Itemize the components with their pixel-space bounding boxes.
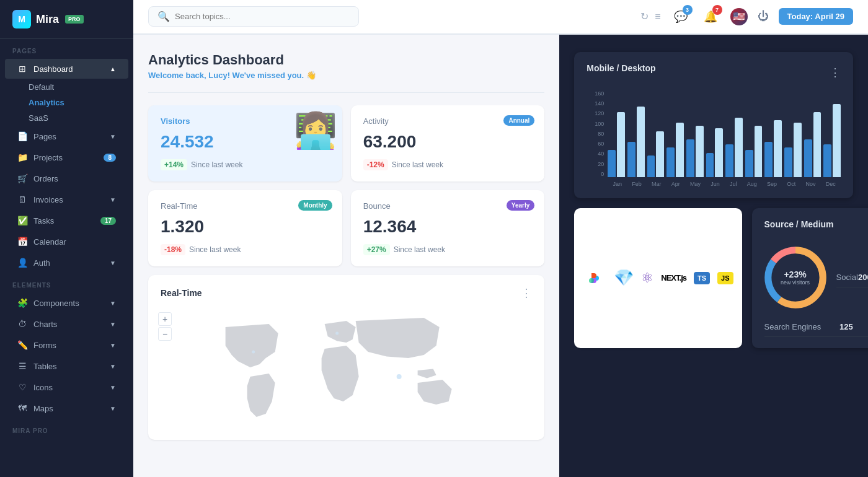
bar-light [755, 126, 763, 177]
bar-group [784, 123, 802, 177]
bar-label: Dec [826, 181, 836, 187]
tables-label: Tables [33, 362, 57, 371]
bar-light [813, 112, 822, 177]
maps-icon: 🗺 [17, 403, 27, 413]
sidebar-item-dashboard[interactable]: ⊞ Dashboard ▲ [5, 59, 128, 79]
sidebar-item-orders[interactable]: 🛒 Orders [5, 168, 128, 188]
projects-badge: 8 [104, 154, 116, 162]
chevron-icon: ▼ [110, 342, 116, 349]
language-selector[interactable]: 🇺🇸 [730, 8, 748, 25]
page-title: Analytics Dashboard [148, 52, 544, 68]
svg-point-1 [252, 350, 255, 353]
bar-label: Nov [806, 181, 816, 187]
sidebar-item-charts[interactable]: ⏱ Charts ▼ [5, 314, 128, 334]
sidebar-item-auth[interactable]: 👤 Auth ▼ [5, 253, 128, 273]
visitors-footer: +14% Since last week [161, 159, 330, 170]
bar-dark [647, 155, 655, 177]
sidebar-sub-default[interactable]: Default [29, 79, 133, 95]
subtitle-suffix: ! We've missed you. 👋 [228, 71, 316, 80]
bar-group [608, 112, 625, 177]
bar-dark [804, 139, 812, 177]
sidebar-item-invoices[interactable]: 🗓 Invoices ▼ [5, 190, 128, 209]
components-label: Components [33, 299, 79, 308]
sidebar-item-calendar[interactable]: 📅 Calendar [5, 232, 128, 252]
auth-label: Auth [33, 258, 50, 268]
power-icon[interactable]: ⏻ [758, 10, 769, 23]
user-name: Lucy [208, 71, 227, 80]
map-menu[interactable]: ⋮ [521, 286, 532, 300]
activity-card: Annual Activity 63.200 -12% Since last w… [351, 105, 545, 182]
sidebar-item-pages[interactable]: 📄 Pages ▼ [5, 126, 128, 146]
sidebar-item-maps[interactable]: 🗺 Maps ▼ [5, 398, 128, 418]
bar-group [706, 128, 724, 177]
social-val: 200 [858, 273, 868, 282]
chevron-icon: ▼ [110, 196, 116, 203]
page-subtitle: Welcome back, Lucy! We've missed you. 👋 [148, 71, 544, 80]
sidebar-item-forms[interactable]: ✏️ Forms ▼ [5, 335, 128, 355]
bar-light [656, 131, 664, 177]
section-label-elements: ELEMENTS [0, 273, 133, 292]
sidebar-item-components[interactable]: 🧩 Components ▼ [5, 293, 128, 313]
search-val: 125 [839, 322, 853, 331]
section-label-pages: PAGES [0, 39, 133, 58]
activity-value: 63.200 [363, 132, 533, 152]
sidebar-item-projects[interactable]: 📁 Projects 8 [5, 147, 128, 167]
bar-dark [627, 142, 636, 177]
section-label-mira-pro: MIRA PRO [0, 419, 133, 438]
filter-icon[interactable]: ≡ [655, 11, 660, 22]
bar-dark [745, 150, 753, 177]
svg-point-0 [397, 374, 402, 379]
bar-dark [764, 142, 773, 177]
bar-label: Sep [767, 181, 777, 187]
bar-light [676, 123, 684, 177]
bar-label: Feb [632, 181, 642, 187]
sidebar-item-tasks[interactable]: ✅ Tasks 17 [5, 211, 128, 230]
chevron-icon: ▼ [110, 300, 116, 307]
chart-menu[interactable]: ⋮ [830, 66, 841, 79]
chat-button[interactable]: 💬 3 [671, 7, 691, 27]
donut-area: +23% new visitors Social 200 -12% [764, 247, 868, 309]
search-name: Search Engines [764, 322, 822, 331]
bar-light [715, 128, 723, 177]
sketch-logo: 💎 [614, 268, 634, 287]
refresh-icon[interactable]: ↻ [640, 11, 649, 22]
bar-label: Oct [787, 181, 795, 187]
main-area: 🔍 ↻ ≡ 💬 3 🔔 7 🇺🇸 ⏻ Today: April 29 [133, 0, 868, 477]
svg-point-2 [335, 331, 339, 335]
bar-dark [608, 150, 616, 177]
search-input[interactable] [175, 12, 350, 21]
date-button[interactable]: Today: April 29 [779, 8, 853, 25]
page-header: Analytics Dashboard Welcome back, Lucy! … [148, 52, 544, 80]
bell-button[interactable]: 🔔 7 [701, 7, 720, 27]
sidebar-sub-saas[interactable]: SaaS [29, 110, 133, 126]
activity-footer: -12% Since last week [363, 159, 533, 170]
maps-label: Maps [33, 404, 53, 413]
bar-label: Apr [671, 181, 680, 187]
chevron-icon: ▲ [110, 66, 116, 72]
bar-light [617, 112, 625, 177]
bar-light [794, 123, 802, 177]
chevron-icon: ▼ [110, 133, 116, 140]
dashboard-submenu: Default Analytics SaaS [0, 79, 133, 126]
bounce-badge: Yearly [507, 200, 534, 211]
calendar-label: Calendar [33, 237, 66, 247]
sidebar-sub-analytics[interactable]: Analytics [29, 95, 133, 110]
bar-label: May [690, 181, 701, 187]
bar-chart-bars [608, 90, 841, 177]
chevron-icon: ▼ [110, 260, 116, 266]
invoices-icon: 🗓 [17, 195, 27, 204]
bars-area: JanFebMarAprMayJunJulAugSepOctNovDec [608, 90, 841, 187]
components-icon: 🧩 [17, 298, 27, 308]
social-name: Social [836, 273, 858, 282]
sidebar-item-tables[interactable]: ☰ Tables ▼ [5, 356, 128, 376]
invoices-label: Invoices [33, 195, 63, 204]
sidebar-item-icons[interactable]: ♡ Icons ▼ [5, 377, 128, 397]
mobile-desktop-card: Mobile / Desktop ⋮ 0 20 40 60 80 100 120… [574, 52, 853, 198]
logo-icon: M [12, 10, 31, 28]
realtime-badge: Monthly [298, 200, 332, 211]
search-wrap: 🔍 [148, 6, 359, 27]
search-icon: 🔍 [157, 11, 170, 22]
map-title: Real-Time [161, 288, 202, 298]
tasks-label: Tasks [33, 216, 54, 225]
orders-label: Orders [33, 174, 58, 183]
